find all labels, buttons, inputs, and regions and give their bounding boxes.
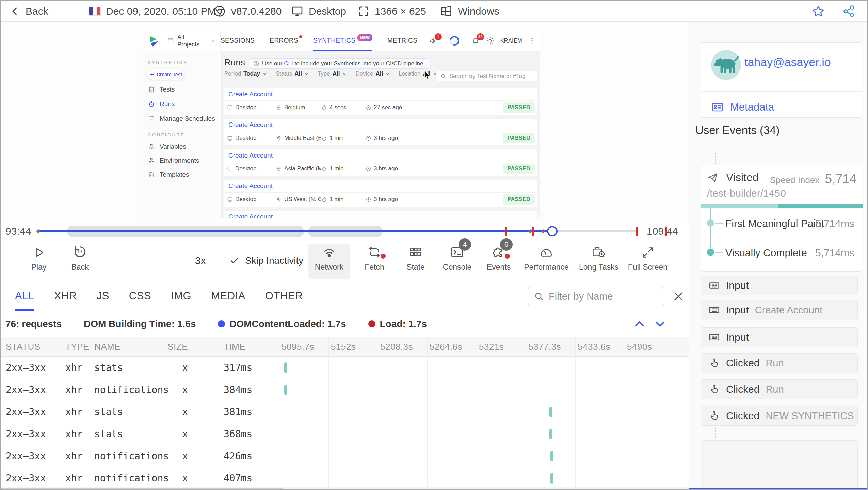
panel-button-network[interactable]: Network — [308, 244, 350, 279]
run-name-link[interactable]: Create Account — [224, 119, 537, 131]
tab-synthetics[interactable]: SYNTHETICSNEW — [313, 31, 372, 51]
request-row[interactable]: 2xx–3xxxhrstatsx381ms — [1, 401, 689, 423]
panel-button-full-screen[interactable]: Full Screen — [624, 244, 672, 279]
user-event-clicked[interactable]: ClickedRun — [701, 353, 858, 373]
announcements-button[interactable]: 1 — [429, 36, 438, 45]
sidebar-item-templates[interactable]: Templates — [148, 171, 189, 178]
panel-button-state[interactable]: State — [392, 244, 439, 279]
favorite-star-button[interactable] — [811, 1, 825, 22]
speed-toggle[interactable]: 3x — [195, 239, 206, 282]
request-row[interactable]: 2xx–3xxxhrnotificationsx384ms — [1, 379, 689, 401]
back-label: Back — [26, 5, 48, 17]
user-event-clicked[interactable]: ClickedNEW SYNTHETICS — [701, 406, 858, 426]
waterfall-bar — [284, 362, 287, 373]
user-event-input[interactable]: Input — [701, 276, 858, 295]
divider — [465, 31, 465, 51]
test-search-box[interactable] — [437, 71, 537, 81]
scrollbar-thumb[interactable] — [1, 488, 283, 490]
issue-marker[interactable] — [636, 227, 638, 236]
event-marker[interactable] — [36, 229, 41, 233]
test-search-input[interactable] — [449, 73, 534, 80]
metadata-button[interactable]: Metadata — [711, 97, 774, 117]
tab-css[interactable]: CSS — [129, 282, 151, 311]
run-name-link[interactable]: Create Account — [224, 149, 537, 162]
run-name-link[interactable]: Create Account — [224, 211, 537, 218]
user-event-input[interactable]: InputCreate Account — [701, 300, 858, 320]
tab-metrics[interactable]: METRICS — [387, 31, 417, 51]
skip-inactivity-toggle[interactable]: Skip Inactivity — [229, 239, 303, 282]
user-event-clicked[interactable]: ClickedRun — [701, 379, 858, 399]
event-marker[interactable] — [541, 229, 545, 233]
sidebar-item-variables[interactable]: Variables — [148, 143, 186, 150]
notifications-button[interactable]: 33 — [471, 36, 480, 45]
close-panel-button[interactable] — [672, 290, 685, 303]
tab-sessions[interactable]: SESSIONS — [221, 31, 255, 51]
sidebar-item-environments[interactable]: Environments — [148, 157, 199, 164]
run-name-link[interactable]: Create Account — [224, 88, 537, 101]
tab-errors[interactable]: ERRORS — [270, 31, 298, 51]
share-button[interactable] — [842, 1, 856, 22]
issue-marker[interactable] — [532, 227, 534, 236]
user-event-input[interactable]: Input — [701, 327, 858, 347]
request-row[interactable]: 2xx–3xxxhrnotificationsx426ms — [1, 445, 689, 467]
alert-dot — [505, 254, 510, 259]
tab-other[interactable]: OTHER — [265, 282, 303, 311]
run-card[interactable]: Create Account Desktop Middle East (Ba..… — [224, 119, 537, 145]
panel-button-long-tasks[interactable]: Long Tasks — [575, 244, 623, 279]
run-card[interactable]: Create Account Desktop Canada (Central) … — [224, 211, 537, 218]
jump-next-button[interactable] — [653, 317, 668, 331]
create-test-button[interactable]: Create Test — [147, 69, 184, 80]
filter-type[interactable]: TypeAll — [318, 70, 347, 77]
run-card[interactable]: Create Account Desktop Belgium 4 secs 27… — [224, 88, 537, 115]
visited-event-card[interactable]: Visited Speed Index 5,714 /test-builder/… — [701, 165, 863, 272]
jump-previous-button[interactable] — [632, 317, 647, 331]
filter-device[interactable]: DeviceAll — [355, 70, 390, 77]
filter-status[interactable]: StatusAll — [276, 70, 309, 77]
cubes-icon — [148, 143, 155, 150]
run-card[interactable]: Create Account Desktop Asia Pacific (M..… — [224, 149, 537, 176]
tab-xhr[interactable]: XHR — [54, 282, 77, 311]
wifi-icon — [322, 244, 336, 259]
filter-by-name-input[interactable] — [549, 291, 677, 302]
panel-button-events[interactable]: 6 Events — [475, 244, 523, 279]
project-selector[interactable]: All Projects — [163, 31, 221, 51]
timeline-indicator — [689, 488, 868, 490]
waterfall-bar — [549, 407, 552, 417]
user-email-link[interactable]: tahay@asayer.io — [744, 55, 831, 69]
run-name-link[interactable]: Create Account — [224, 180, 537, 193]
chevron-down-icon — [342, 72, 347, 76]
username[interactable]: KRAIEM — [500, 38, 522, 44]
sidebar-item-tests[interactable]: Tests — [148, 86, 175, 93]
tab-all[interactable]: ALL — [15, 282, 34, 311]
tab-img[interactable]: IMG — [171, 282, 191, 311]
request-row[interactable]: 2xx–3xxxhrnotificationsx407ms — [1, 467, 689, 489]
cli-link[interactable]: CLI — [284, 60, 293, 67]
clock-icon — [366, 166, 371, 172]
request-row[interactable]: 2xx–3xxxhrstatsx317ms — [1, 357, 689, 379]
event-marker[interactable] — [528, 229, 532, 233]
calendar-icon — [148, 115, 155, 122]
back-10s-button[interactable]: 10 Back — [56, 244, 104, 279]
file-code-icon — [148, 171, 155, 178]
panel-button-fetch[interactable]: Fetch — [351, 244, 398, 279]
issue-marker[interactable] — [505, 227, 507, 236]
run-card[interactable]: Create Account Desktop US West (N. Cal..… — [224, 180, 537, 207]
play-button[interactable]: Play — [15, 244, 63, 279]
rewind-10-icon: 10 — [73, 244, 87, 259]
back-button[interactable]: Back — [10, 1, 48, 22]
notifications-count: 33 — [477, 33, 484, 40]
sidebar-item-runs[interactable]: Runs — [148, 100, 175, 108]
filter-period[interactable]: PeriodToday — [224, 70, 267, 77]
tab-js[interactable]: JS — [97, 282, 109, 311]
user-event-partial[interactable] — [701, 440, 858, 490]
request-row[interactable]: 2xx–3xxxhrstatsx368ms — [1, 423, 689, 445]
kebab-menu-button[interactable] — [528, 37, 536, 45]
tab-media[interactable]: MEDIA — [211, 282, 245, 311]
playhead[interactable] — [547, 226, 558, 236]
sidebar-item-manage-schedules[interactable]: Manage Schedules — [148, 115, 215, 122]
panel-button-console[interactable]: 4 Console — [433, 244, 481, 279]
filter-by-name-box[interactable] — [528, 287, 664, 306]
panel-button-performance[interactable]: Performance — [523, 244, 570, 279]
horizontal-scrollbar[interactable] — [1, 487, 689, 490]
settings-button[interactable] — [486, 36, 495, 45]
